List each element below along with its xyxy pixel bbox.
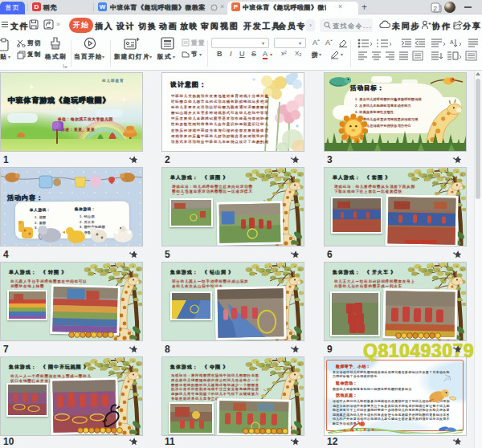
svg-text:2: 2	[433, 5, 437, 12]
svg-text:A: A	[450, 39, 454, 45]
